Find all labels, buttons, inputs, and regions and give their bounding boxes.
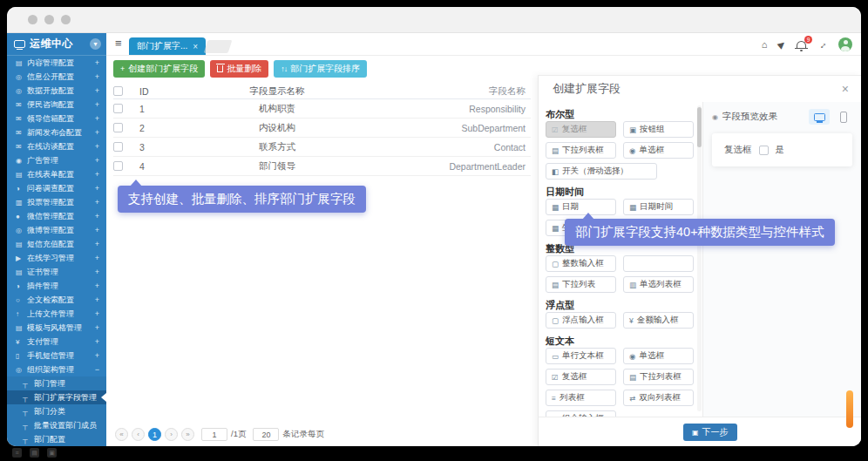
control-float-0[interactable]: ▢ 浮点输入框 — [546, 312, 616, 329]
taskbar-icon-1[interactable]: ▤ — [30, 448, 39, 458]
prev-page-button[interactable]: ‹ — [132, 428, 145, 441]
row-checkbox-2[interactable] — [113, 142, 123, 152]
sidebar-header[interactable]: 运维中心 ▾ — [7, 33, 106, 56]
sidebar-subitem-1[interactable]: ┬ 部门扩展字段管理 — [7, 390, 106, 404]
paper-plane-icon[interactable]: ▶ — [776, 39, 787, 51]
control-short-text-1[interactable]: ◉ 单选框 — [623, 348, 694, 364]
control-integer-3[interactable]: ▥ 单选列表框 — [623, 276, 694, 293]
table-row-1[interactable]: 2 内设机构 SubDepartment — [113, 119, 531, 138]
control-short-text-2[interactable]: ☑ 复选框 — [546, 369, 616, 385]
row-checkbox-1[interactable] — [113, 123, 123, 132]
desktop-preview-button[interactable] — [809, 109, 830, 125]
sidebar-item-9[interactable]: ◑ 问卷调查配置 + — [7, 181, 106, 195]
control-datetime-1[interactable]: ▦ 日期时间 — [623, 199, 694, 215]
batch-delete-button[interactable]: 批量删除 — [210, 60, 268, 78]
sidebar-subitem-2[interactable]: ┬ 部门分类 — [7, 404, 106, 418]
sitemap-icon-2: ┬ — [23, 408, 34, 416]
control-short-text-4[interactable]: ≡ 列表框 — [546, 390, 616, 406]
control-float-1[interactable]: ¥ 金额输入框 — [623, 312, 694, 329]
control-short-text-0[interactable]: ▭ 单行文本框 — [546, 348, 616, 364]
hamburger-icon[interactable]: ≡ — [115, 37, 122, 50]
control-boolean-4[interactable]: ◧ 开关（滑动选择） — [546, 163, 657, 180]
mobile-preview-button[interactable] — [835, 109, 852, 125]
table-header-row: ID 字段显示名称 字段名称 — [113, 84, 531, 99]
sidebar-item-4[interactable]: ✉ 领导信箱配置 + — [7, 112, 106, 125]
sidebar-item-label-13: 短信充值配置 — [27, 239, 74, 250]
home-icon[interactable]: ⌂ — [762, 40, 768, 50]
table-row-2[interactable]: 3 联系方式 Contact — [113, 138, 531, 157]
sidebar-subitem-0[interactable]: ┬ 部门管理 — [7, 376, 106, 390]
sidebar-item-0[interactable]: ▤ 内容管理配置 + — [7, 56, 106, 70]
sidebar-item-5[interactable]: ✉ 新闻发布会配置 + — [7, 125, 106, 139]
sidebar-item-3[interactable]: ✉ 便民咨询配置 + — [7, 98, 106, 112]
table-row-0[interactable]: 1 机构职责 Responsibility — [113, 99, 531, 119]
sidebar-item-8[interactable]: ▤ 在线表单配置 + — [7, 167, 106, 181]
control-integer-1[interactable] — [623, 255, 694, 272]
notifications[interactable]: 9 — [797, 41, 806, 49]
control-boolean-0[interactable]: ☑ 复选框 — [546, 121, 616, 138]
sidebar-item-19[interactable]: ▤ 模板与风格管理 + — [7, 321, 106, 335]
tab-department-fields[interactable]: 部门扩展字... × — [129, 37, 206, 55]
close-icon[interactable]: × — [842, 82, 849, 96]
preview-checkbox[interactable] — [759, 146, 769, 155]
create-field-button[interactable]: + 创建部门扩展字段 — [113, 60, 205, 78]
orange-scroll-handle[interactable] — [846, 390, 853, 428]
sidebar-item-1[interactable]: ◎ 信息公开配置 + — [7, 70, 106, 84]
taskbar-icon-2[interactable]: ▣ — [47, 448, 57, 458]
next-page-button[interactable]: › — [165, 428, 178, 441]
first-page-button[interactable]: « — [115, 428, 128, 441]
sidebar-subitem-4[interactable]: ┬ 部门配置 — [7, 432, 106, 446]
window-control-maximize[interactable] — [61, 15, 71, 24]
control-boolean-3[interactable]: ◉ 单选框 — [623, 142, 694, 159]
control-datetime-0[interactable]: ▦ 日期 — [546, 199, 616, 215]
row-checkbox-0[interactable] — [113, 104, 123, 113]
control-boolean-2[interactable]: ▤ 下拉列表框 — [546, 142, 616, 159]
sidebar-item-2[interactable]: ◎ 数据开放配置 + — [7, 84, 106, 98]
control-short-text-3[interactable]: ▤ 下拉列表框 — [623, 369, 694, 385]
select-all-checkbox[interactable] — [113, 86, 123, 96]
sidebar-item-17[interactable]: ○ 全文检索配置 + — [7, 293, 106, 307]
fullscreen-icon[interactable]: ↔ — [816, 37, 830, 51]
control-label-short-text-4: 列表框 — [559, 392, 585, 403]
page-number-input[interactable] — [201, 428, 227, 441]
taskbar-icon-0[interactable]: ≡ — [12, 448, 22, 458]
window-control-minimize[interactable] — [44, 15, 54, 24]
sidebar-item-15[interactable]: ▤ 证书管理 + — [7, 265, 106, 279]
control-integer-2[interactable]: ▤ 下拉列表 — [546, 276, 616, 293]
plus-icon-15: + — [95, 268, 99, 276]
control-short-text-6[interactable]: ▥ 组合输入框 — [546, 410, 616, 417]
panel-scrollbar-thumb[interactable] — [697, 107, 702, 147]
chevron-down-icon[interactable]: ▾ — [90, 38, 101, 50]
inactive-tab[interactable] — [204, 40, 233, 53]
control-label-datetime-1: 日期时间 — [640, 201, 673, 213]
sidebar-item-12[interactable]: ◎ 微博管理配置 + — [7, 223, 106, 237]
sidebar-item-21[interactable]: ▯ 手机短信管理 + — [7, 349, 106, 363]
sidebar-subitem-3[interactable]: ┬ 批量设置部门成员 — [7, 418, 106, 432]
control-boolean-1[interactable]: ▣ 按钮组 — [623, 121, 694, 138]
window-control-close[interactable] — [28, 15, 37, 24]
sidebar-item-13[interactable]: ▤ 短信充值配置 + — [7, 237, 106, 251]
sidebar-item-20[interactable]: ¥ 支付管理 + — [7, 335, 106, 349]
control-short-text-5[interactable]: ⇄ 双向列表框 — [623, 390, 694, 406]
page-size-input[interactable] — [253, 428, 279, 441]
tab-close-icon[interactable]: × — [193, 42, 198, 51]
sidebar-item-label-10: 投票管理配置 — [27, 197, 74, 208]
row-checkbox-3[interactable] — [113, 161, 123, 171]
sidebar-item-icon-16: ◑ — [16, 282, 27, 290]
sidebar-group-organization[interactable]: ◎ 组织架构管理 − — [7, 363, 106, 376]
sidebar-item-10[interactable]: ▥ 投票管理配置 + — [7, 195, 106, 209]
sidebar-item-icon-15: ▤ — [16, 268, 27, 276]
sidebar-item-6[interactable]: ✉ 在线访谈配置 + — [7, 139, 106, 153]
sidebar-item-14[interactable]: ▶ 在线学习管理 + — [7, 251, 106, 265]
current-page-button[interactable]: 1 — [148, 428, 161, 441]
control-integer-0[interactable]: ▢ 整数输入框 — [546, 255, 616, 272]
last-page-button[interactable]: » — [181, 428, 194, 441]
user-avatar[interactable] — [838, 37, 852, 51]
sidebar-item-7[interactable]: ◉ 广告管理 + — [7, 153, 106, 167]
sort-fields-button[interactable]: ↑↓ 部门扩展字段排序 — [274, 60, 367, 78]
sidebar-item-18[interactable]: ↑ 上传文件管理 + — [7, 307, 106, 321]
next-step-button[interactable]: ▣ 下一步 — [683, 424, 737, 441]
sidebar-item-11[interactable]: ● 微信管理配置 + — [7, 209, 106, 223]
sidebar-item-16[interactable]: ◑ 插件管理 + — [7, 279, 106, 293]
table-row-3[interactable]: 4 部门领导 DepartmentLeader — [113, 157, 531, 176]
